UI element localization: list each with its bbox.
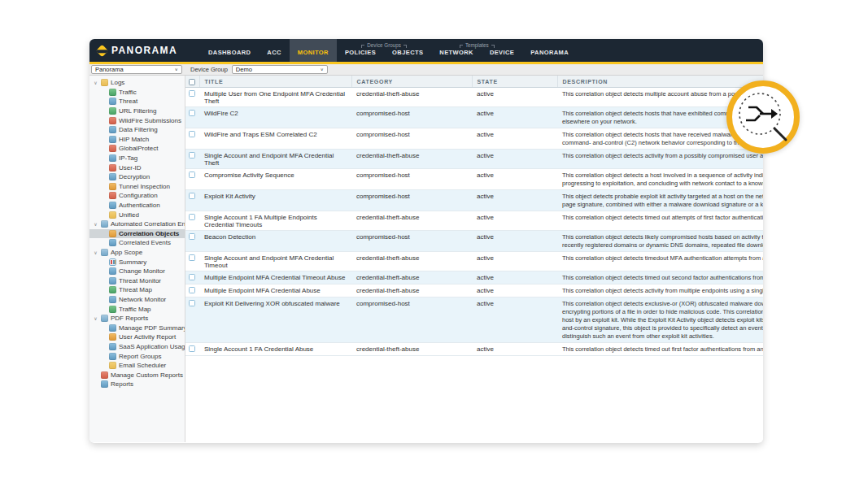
chevron-down-icon: ∨ <box>320 67 323 72</box>
chevron-down-icon: ∨ <box>175 67 178 72</box>
ip-tag-icon <box>109 154 116 162</box>
traffic-icon <box>109 89 116 96</box>
row-checkbox[interactable] <box>189 287 195 293</box>
tab-objects[interactable]: OBJECTS <box>384 48 431 62</box>
sidebar-item-decryption[interactable]: Decryption <box>89 172 185 182</box>
cell-title: Single Account 1 FA Credential Abuse <box>199 343 351 356</box>
sidebar-item-correlated-events[interactable]: Correlated Events <box>89 238 185 248</box>
sidebar-item-report-groups[interactable]: Report Groups <box>89 351 185 361</box>
sidebar-item-configuration[interactable]: Configuration <box>89 191 185 201</box>
user-id-icon <box>109 164 116 172</box>
row-checkbox[interactable] <box>189 345 195 352</box>
column-header-title[interactable]: TITLE <box>199 76 351 88</box>
sidebar-item-correlation-objects[interactable]: Correlation Objects <box>89 229 185 239</box>
sidebar-item-data-filtering[interactable]: Data Filtering <box>89 125 185 135</box>
table-row[interactable]: Multiple Endpoint MFA Credential Abuse c… <box>185 284 763 297</box>
sidebar-item-authentication[interactable]: Authentication <box>89 201 185 211</box>
sidebar-item-threat-monitor[interactable]: Threat Monitor <box>89 276 185 285</box>
tab-policies[interactable]: POLICIES <box>337 48 384 62</box>
table-row[interactable]: Beacon Detection compromised-host active… <box>185 231 763 252</box>
sidebar-item-tunnel-inspection[interactable]: Tunnel Inspection <box>89 182 185 192</box>
table-row[interactable]: Multiple User from One Endpoint MFA Cred… <box>185 88 763 107</box>
cell-category: credential-theft-abuse <box>351 88 472 107</box>
sidebar-group-app-scope[interactable]: ∨ App Scope <box>89 248 185 258</box>
cell-category: compromised-host <box>351 169 472 190</box>
traffic-map-icon <box>109 306 116 313</box>
table-row[interactable]: WildFire and Traps ESM Correlated C2 com… <box>185 128 763 150</box>
sidebar-item-email-scheduler[interactable]: Email Scheduler <box>89 361 185 371</box>
row-checkbox[interactable] <box>189 300 195 306</box>
column-header-state[interactable]: STATE <box>472 76 557 88</box>
row-checkbox[interactable] <box>189 214 195 220</box>
configuration-icon <box>109 192 116 199</box>
sidebar-item-traffic[interactable]: Traffic <box>89 88 185 98</box>
tab-acc[interactable]: ACC <box>259 39 289 62</box>
chevron-expanded-icon: ∨ <box>93 221 98 227</box>
cell-category: credential-theft-abuse <box>351 284 472 297</box>
table-row[interactable]: Single Account 1 FA Multiple Endpoints C… <box>185 211 763 231</box>
select-all-checkbox[interactable] <box>189 79 195 85</box>
sidebar-group-pdf-reports[interactable]: ∨ PDF Reports <box>89 314 185 324</box>
cell-title: Beacon Detection <box>199 231 351 252</box>
cell-category: compromised-host <box>351 231 472 252</box>
sidebar-item-manage-pdf-summary[interactable]: Manage PDF Summary <box>89 323 185 332</box>
sidebar-item-globalprotect[interactable]: GlobalProtect <box>89 144 185 154</box>
wildfire-submissions-icon <box>109 117 116 124</box>
sidebar-tree: ∨ Logs Traffic Threat URL Filtering Wild… <box>89 76 185 442</box>
sidebar-item-user-id[interactable]: User-ID <box>89 163 185 172</box>
report-groups-icon <box>109 353 116 360</box>
table-row[interactable]: WildFire C2 compromised-host active This… <box>185 107 763 128</box>
row-checkbox[interactable] <box>189 172 195 178</box>
context-select[interactable]: Panorama∨ <box>91 65 182 74</box>
cell-description: This correlation object detects activity… <box>557 150 763 169</box>
row-checkbox[interactable] <box>189 233 195 240</box>
sidebar-item-user-activity-report[interactable]: User Activity Report <box>89 332 185 342</box>
row-checkbox[interactable] <box>189 152 195 158</box>
column-header-category[interactable]: CATEGORY <box>351 76 472 88</box>
table-row[interactable]: Single Account and Endpoint MFA Credenti… <box>185 252 763 271</box>
sidebar-item-wildfire-submissions[interactable]: WildFire Submissions <box>89 115 185 125</box>
cell-title: Multiple User from One Endpoint MFA Cred… <box>199 88 351 107</box>
reports-icon <box>101 380 108 388</box>
cell-description: This object detects probable exploit kit… <box>557 190 763 211</box>
sidebar-item-saas-application-usage[interactable]: SaaS Application Usage <box>89 342 185 352</box>
tab-device[interactable]: DEVICE <box>482 48 522 62</box>
sidebar-item-change-monitor[interactable]: Change Monitor <box>89 267 185 276</box>
row-checkbox[interactable] <box>189 90 195 97</box>
sidebar-item-summary[interactable]: Summary <box>89 257 185 267</box>
row-checkbox[interactable] <box>189 193 195 199</box>
sidebar-item-network-monitor[interactable]: Network Monitor <box>89 295 185 305</box>
tab-network[interactable]: NETWORK <box>431 48 482 62</box>
row-checkbox[interactable] <box>189 131 195 137</box>
tab-monitor[interactable]: MONITOR <box>290 39 337 62</box>
sidebar-item-url-filtering[interactable]: URL Filtering <box>89 106 185 116</box>
sidebar-item-manage-custom-reports[interactable]: Manage Custom Reports <box>89 370 185 380</box>
table-row[interactable]: Compromise Activity Sequence compromised… <box>185 169 763 190</box>
table-row[interactable]: Single Account 1 FA Credential Abuse cre… <box>185 343 763 356</box>
row-checkbox[interactable] <box>189 274 195 280</box>
cell-description: This correlation object detects exclusiv… <box>557 297 763 343</box>
cell-description: This correlation object detects a host i… <box>557 169 763 190</box>
device-group-label: Device Group <box>190 66 228 73</box>
sidebar-item-hip-match[interactable]: HIP Match <box>89 135 185 145</box>
table-row[interactable]: Multiple Endpoint MFA Credential Timeout… <box>185 271 763 284</box>
cell-description: This correlation object detects timedout… <box>557 252 763 271</box>
sidebar-item-threat[interactable]: Threat <box>89 97 185 106</box>
device-group-select[interactable]: Demo∨ <box>232 65 328 74</box>
table-row[interactable]: Exploit Kit Activity compromised-host ac… <box>185 190 763 211</box>
row-checkbox[interactable] <box>189 254 195 261</box>
sidebar-group-automated-correlation-engine[interactable]: ∨ Automated Correlation Engine <box>89 219 185 229</box>
cell-title: Exploit Kit Activity <box>199 190 351 211</box>
sidebar-group-logs[interactable]: ∨ Logs <box>89 78 185 88</box>
row-checkbox[interactable] <box>189 110 195 116</box>
sidebar-item-threat-map[interactable]: Threat Map <box>89 285 185 295</box>
sidebar-item-traffic-map[interactable]: Traffic Map <box>89 304 185 314</box>
table-row[interactable]: Exploit Kit Delivering XOR obfuscated ma… <box>185 297 763 343</box>
sidebar-item-unified[interactable]: Unified <box>89 210 185 219</box>
tab-panorama[interactable]: PANORAMA <box>522 39 577 62</box>
sidebar-item-reports[interactable]: Reports <box>89 380 185 389</box>
table-row[interactable]: Single Account and Endpoint MFA Credenti… <box>185 150 763 169</box>
sidebar-item-ip-tag[interactable]: IP-Tag <box>89 154 185 163</box>
cell-category: credential-theft-abuse <box>351 271 472 284</box>
tab-dashboard[interactable]: DASHBOARD <box>200 39 259 62</box>
